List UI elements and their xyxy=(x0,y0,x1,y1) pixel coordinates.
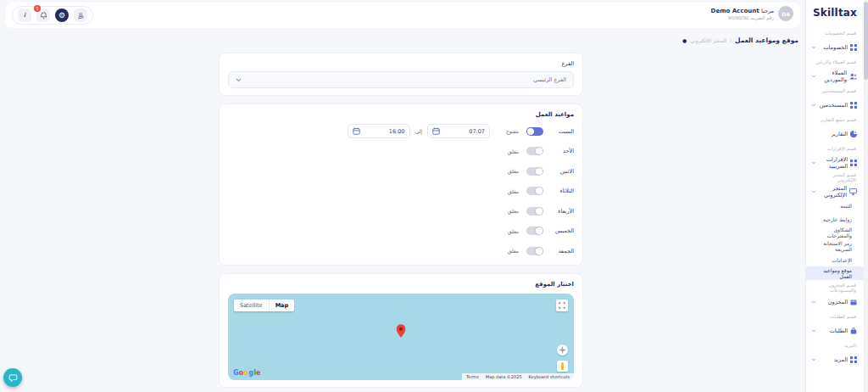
sidebar-item-e-store[interactable]: المتجر الإلكتروني xyxy=(806,184,864,199)
sidebar-item-more[interactable]: المزيد xyxy=(806,352,864,367)
chat-fab-button[interactable] xyxy=(3,368,22,387)
day-label: الخميس xyxy=(543,227,574,234)
day-state-label: مغلق xyxy=(500,208,519,214)
sidebar-item-tax-declarations[interactable]: الإقرارات الضريبية xyxy=(806,155,864,170)
settings-button[interactable]: ⚙ xyxy=(55,8,69,22)
avatar[interactable]: DA xyxy=(778,6,793,21)
location-title: اختيار الموقع xyxy=(228,281,574,288)
time-from-input[interactable]: 07:07 xyxy=(427,124,490,138)
chevron-down-icon xyxy=(811,104,816,107)
day-toggle-friday[interactable] xyxy=(526,247,543,255)
day-row-monday: الاثنينمغلق xyxy=(228,164,574,178)
day-toggle-thursday[interactable] xyxy=(526,227,543,235)
day-label: الأحد xyxy=(543,148,574,154)
pegman-icon xyxy=(559,362,565,371)
notification-badge: 5 xyxy=(34,5,41,12)
keyboard-shortcuts-link[interactable]: Keyboard shortcuts xyxy=(529,374,570,379)
sidebar-subitem-complaints-suggestions[interactable]: الشكاوى والمقترحات xyxy=(806,226,864,239)
day-times: 07:07إلى16:00 xyxy=(348,124,491,138)
sidebar-item-users[interactable]: المستخدمين xyxy=(806,98,864,112)
to-label: إلى xyxy=(415,128,423,134)
page-title: موقع ومواعيد العمل xyxy=(735,36,798,44)
calendar-icon xyxy=(353,127,360,135)
sidebar-section-reports-section: قسم جميع التقارير xyxy=(806,112,864,126)
day-state-label: مغلق xyxy=(500,148,519,154)
day-toggle-saturday[interactable] xyxy=(526,127,543,136)
breadcrumb-parent[interactable]: المتجر الإلكتروني xyxy=(690,37,726,43)
app-logo[interactable]: Skilltax xyxy=(806,0,864,19)
sidebar-item-inventory[interactable]: المخزون xyxy=(806,294,864,309)
day-toggle-sunday[interactable] xyxy=(526,147,543,155)
discounts-icon xyxy=(850,44,857,51)
day-state-label: مغلق xyxy=(500,248,519,254)
sidebar-section-customers-section: قسم العملاء والزبائن xyxy=(806,54,864,69)
chevron-down-icon xyxy=(811,75,816,78)
day-row-tuesday: الثلاثاءمغلق xyxy=(228,184,574,199)
sidebar-item-label: العملاء والموردين xyxy=(819,70,847,83)
sidebar-item-label: المتجر الإلكتروني xyxy=(819,185,847,199)
page-scrollbar-thumb[interactable] xyxy=(864,2,868,80)
day-toggle-wednesday[interactable] xyxy=(526,207,543,216)
toggle-knob xyxy=(536,168,542,175)
map-data-text: Map data ©2025 xyxy=(486,374,522,379)
sidebar-subitem-theme[interactable]: الثيمة xyxy=(806,199,864,212)
toggle-knob xyxy=(536,248,542,255)
compass-icon xyxy=(559,346,566,354)
main-content: الفرع الفرع الرئيسي مواعيد العمل السبتمف… xyxy=(219,53,583,392)
toggle-knob xyxy=(536,188,542,194)
notifications-button[interactable]: 5 xyxy=(36,8,50,22)
page-scrollbar-track[interactable] xyxy=(864,0,868,392)
sidebar-subitem-settings[interactable]: الإعدادات xyxy=(806,253,864,266)
e-store-icon xyxy=(849,188,857,195)
fullscreen-button[interactable] xyxy=(556,300,568,311)
day-toggle-tuesday[interactable] xyxy=(526,187,543,195)
map-terms-link[interactable]: Terms xyxy=(466,374,479,379)
day-label: الثلاثاء xyxy=(543,188,574,194)
day-row-thursday: الخميسمغلق xyxy=(228,224,574,238)
time-to-value: 16:00 xyxy=(389,128,405,135)
orders-icon xyxy=(850,328,857,334)
map-canvas[interactable]: Satellite Map Google Terms Map data ©202… xyxy=(228,294,574,380)
chevron-down-icon xyxy=(236,78,242,82)
sidebar-section-declarations-section: قسم الإقرارات xyxy=(806,141,864,155)
sidebar-item-label: التقارير xyxy=(831,131,848,137)
map-marker-pin[interactable] xyxy=(397,324,406,341)
map-button[interactable]: Map xyxy=(270,300,295,311)
branch-select[interactable]: الفرع الرئيسي xyxy=(228,71,574,88)
sidebar: Skilltax قسم الخصوماتالخصوماتقسم العملاء… xyxy=(805,0,864,392)
satellite-button[interactable]: Satellite xyxy=(234,300,270,311)
sidebar-subitem-external-links[interactable]: روابط خارجية xyxy=(806,212,864,226)
account-name-text: Demo Account xyxy=(711,8,760,14)
chevron-down-icon xyxy=(811,161,816,165)
sidebar-item-customers-suppliers[interactable]: العملاء والموردين xyxy=(806,69,864,83)
sidebar-section-discounts-section: قسم الخصومات xyxy=(806,25,864,40)
chevron-down-icon xyxy=(811,46,816,49)
breadcrumb-bullet: ● xyxy=(682,37,687,43)
calendar-icon xyxy=(432,127,440,135)
sidebar-subitem-qr-code[interactable]: رمز الاستجابة السريعة xyxy=(806,239,864,253)
info-icon[interactable]: i xyxy=(18,8,31,22)
account-widget[interactable]: مرحبا Demo Account رقم الضريبة 90/90/90 … xyxy=(711,6,793,21)
currency-riyal-icon xyxy=(77,12,85,20)
day-row-friday: الجمعةمغلق xyxy=(228,244,574,258)
compass-control[interactable] xyxy=(557,344,568,356)
chevron-down-icon xyxy=(811,358,816,361)
day-state-label: مغلق xyxy=(500,188,519,194)
sidebar-section-users-section: قسم المستخدمين xyxy=(806,83,864,98)
google-logo: Google xyxy=(233,369,261,377)
day-row-saturday: السبتمفتوح07:07إلى16:00 xyxy=(228,124,574,138)
sidebar-item-orders[interactable]: الطلبات xyxy=(806,323,864,338)
tax-declarations-icon xyxy=(850,160,857,166)
day-toggle-monday[interactable] xyxy=(526,167,543,176)
breadcrumb-separator: / xyxy=(730,37,732,43)
reports-icon xyxy=(850,131,857,137)
sidebar-subitem-work-location-schedule[interactable]: موقع ومواعيد العمل xyxy=(806,266,864,280)
time-to-input[interactable]: 16:00 xyxy=(348,124,410,138)
sidebar-item-reports[interactable]: التقارير xyxy=(806,126,864,141)
pegman-control[interactable] xyxy=(557,361,568,372)
day-label: السبت xyxy=(543,128,574,135)
currency-riyal-button[interactable] xyxy=(74,8,87,22)
breadcrumb: ● المتجر الإلكتروني / موقع ومواعيد العمل xyxy=(682,36,798,44)
sidebar-section-more-section: المزيد xyxy=(806,338,864,352)
sidebar-item-discounts[interactable]: الخصومات xyxy=(806,40,864,54)
